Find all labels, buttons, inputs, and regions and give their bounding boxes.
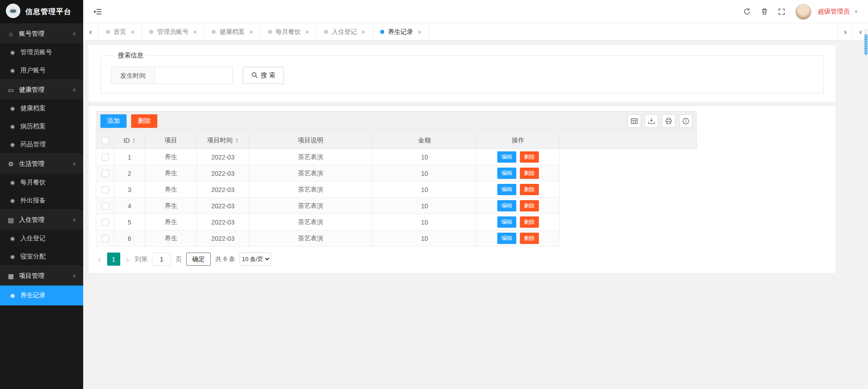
goto-page-input[interactable]	[152, 253, 171, 266]
sidebar-item[interactable]: ◉药品管理	[0, 136, 83, 154]
edit-button[interactable]: 编辑	[497, 168, 516, 179]
sidebar-item[interactable]: ◉养生记录	[0, 286, 83, 305]
sidebar-item[interactable]: ◉病历档案	[0, 117, 83, 136]
delete-row-button[interactable]: 删除	[520, 151, 539, 163]
tab-label: 管理员账号	[157, 28, 189, 36]
delete-button[interactable]: 删除	[131, 114, 157, 128]
tab-5[interactable]: 养生记录×	[373, 23, 429, 40]
sidebar-item-label: 入住登记	[20, 234, 46, 243]
edit-button[interactable]: 编辑	[497, 184, 516, 195]
cell-amount: 10	[373, 182, 477, 198]
row-checkbox[interactable]	[102, 202, 109, 210]
filler-cell	[560, 230, 697, 247]
tab-close-icon[interactable]: ×	[418, 28, 421, 36]
fullscreen-button[interactable]	[778, 8, 785, 15]
tab-close-icon[interactable]: ×	[249, 28, 253, 36]
row-checkbox[interactable]	[102, 219, 109, 226]
tab-label: 首页	[113, 28, 126, 36]
page-prev-button[interactable]: ‹	[97, 255, 103, 264]
subitem-icon: ◉	[9, 253, 16, 260]
row-checkbox[interactable]	[102, 186, 109, 193]
subitem-icon: ◉	[9, 235, 16, 242]
subitem-icon: ◉	[9, 179, 16, 186]
tab-0[interactable]: 首页×	[99, 23, 142, 40]
gears-icon: ⚙	[7, 160, 14, 168]
row-checkbox[interactable]	[102, 154, 109, 161]
sidebar-item[interactable]: ◉健康档案	[0, 99, 83, 117]
sidebar-item[interactable]: ◉寝室分配	[0, 248, 83, 266]
table-row: 2养生2022-03茶艺表演10编辑删除	[96, 165, 697, 182]
trash-button[interactable]	[761, 8, 768, 15]
cell-time: 2022-03	[197, 149, 249, 165]
columns-icon[interactable]	[627, 114, 641, 128]
app-logo: 信息管理平台	[0, 0, 83, 23]
table-row: 5养生2022-03茶艺表演10编辑删除	[96, 214, 697, 230]
tab-close-icon[interactable]: ×	[131, 28, 134, 36]
tab-4[interactable]: 入住登记×	[317, 23, 373, 40]
add-button[interactable]: 添加	[100, 114, 127, 128]
edit-button[interactable]: 编辑	[497, 216, 516, 228]
confirm-button[interactable]: 确定	[186, 253, 211, 266]
row-checkbox[interactable]	[102, 235, 109, 242]
sort-icon[interactable]: ▲▼	[132, 138, 136, 143]
refresh-button[interactable]	[743, 8, 751, 15]
tab-scroll-right-button[interactable]: ›	[837, 23, 853, 40]
cell-description: 茶艺表演	[249, 214, 373, 230]
tab-close-icon[interactable]: ×	[306, 28, 309, 36]
info-icon[interactable]	[679, 114, 693, 128]
per-page-select[interactable]: 10 条/页	[240, 253, 271, 266]
print-icon[interactable]	[662, 114, 675, 128]
tab-2[interactable]: 健康档案×	[204, 23, 260, 40]
column-label: 项目说明	[298, 136, 323, 145]
delete-row-button[interactable]: 删除	[520, 216, 539, 228]
edit-button[interactable]: 编辑	[497, 233, 516, 244]
app-root: 信息管理平台 ⌂账号管理∧◉管理员账号◉用户账号▭健康管理∧◉健康档案◉病历档案…	[0, 0, 868, 389]
cell-project: 养生	[145, 230, 197, 247]
export-icon[interactable]	[645, 114, 658, 128]
delete-row-button[interactable]: 删除	[520, 233, 539, 244]
sidebar-item[interactable]: ◉每月餐饮	[0, 173, 83, 192]
panel-icon: ▭	[7, 86, 14, 94]
edit-button[interactable]: 编辑	[497, 151, 516, 163]
sidebar-item[interactable]: ◉管理员账号	[0, 43, 83, 61]
sidebar-item[interactable]: ◉用户账号	[0, 61, 83, 80]
subitem-icon: ◉	[9, 123, 16, 130]
page-current[interactable]: 1	[107, 253, 120, 266]
page-next-button[interactable]: ›	[125, 255, 131, 264]
scrollbar-thumb[interactable]	[864, 34, 868, 55]
avatar[interactable]	[795, 4, 811, 20]
tab-3[interactable]: 每月餐饮×	[261, 23, 317, 40]
sidebar-item-label: 健康档案	[20, 104, 46, 112]
sidebar-item[interactable]: ◉入住登记	[0, 230, 83, 248]
cell-project: 养生	[145, 214, 197, 230]
collapse-sidebar-button[interactable]	[93, 8, 102, 15]
date-input[interactable]	[155, 67, 233, 84]
sidebar-section-1[interactable]: ▭健康管理∧	[0, 80, 83, 99]
row-checkbox[interactable]	[102, 170, 109, 177]
tab-close-icon[interactable]: ×	[193, 28, 197, 36]
cell-ops: 编辑删除	[477, 149, 560, 165]
table-row: 3养生2022-03茶艺表演10编辑删除	[96, 182, 697, 198]
sort-icon[interactable]: ▲▼	[235, 138, 239, 143]
sidebar-section-2[interactable]: ⚙生活管理∧	[0, 154, 83, 173]
subitem-icon: ◉	[9, 197, 16, 204]
delete-row-button[interactable]: 删除	[520, 200, 539, 211]
username[interactable]: 超级管理员	[818, 8, 849, 16]
edit-button[interactable]: 编辑	[497, 200, 516, 211]
search-button[interactable]: 搜 索	[243, 67, 284, 84]
tab-scroll-left-button[interactable]: ‹	[83, 23, 99, 40]
sidebar-section-4[interactable]: ▦项目管理∧	[0, 266, 83, 286]
tab-1[interactable]: 管理员账号×	[142, 23, 204, 40]
sidebar-section-0[interactable]: ⌂账号管理∧	[0, 23, 83, 43]
cell-ops: 编辑删除	[477, 165, 560, 182]
delete-row-button[interactable]: 删除	[520, 184, 539, 195]
tab-close-icon[interactable]: ×	[362, 28, 365, 36]
select-all-checkbox[interactable]	[102, 137, 109, 144]
tab-status-dot	[268, 30, 272, 34]
topbar-actions: 超级管理员 ▼	[743, 4, 858, 20]
delete-row-button[interactable]: 删除	[520, 168, 539, 179]
cell-id: 4	[114, 198, 145, 214]
sidebar-section-3[interactable]: ▤入住管理∧	[0, 210, 83, 230]
sidebar-item[interactable]: ◉外出报备	[0, 192, 83, 210]
cell-description: 茶艺表演	[249, 165, 373, 182]
